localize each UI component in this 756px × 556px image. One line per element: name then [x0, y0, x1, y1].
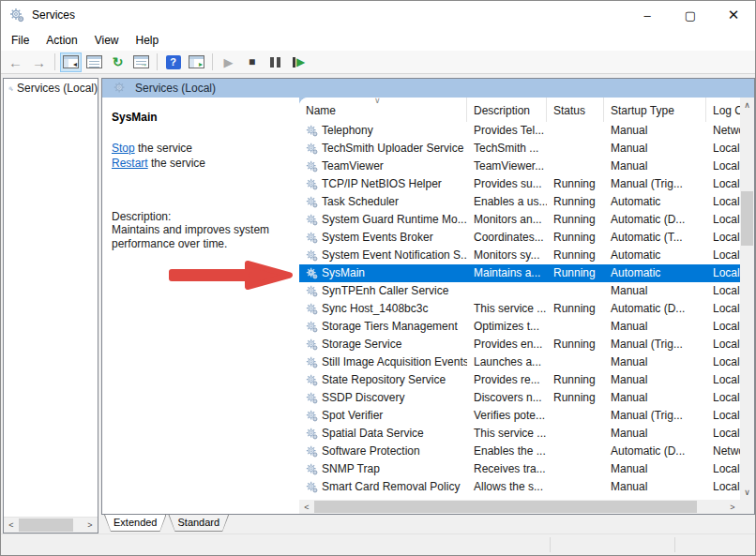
- stop-service-icon: ■: [249, 56, 255, 68]
- cell-log-on: Network: [706, 122, 740, 140]
- service-gear-icon: [306, 160, 318, 173]
- cell-description: Provides su...: [467, 175, 547, 193]
- selected-service-name: SysMain: [112, 111, 299, 124]
- table-row[interactable]: SNMP TrapReceives tra...ManualLocal Se: [299, 460, 740, 478]
- scroll-down-icon[interactable]: ∨: [740, 485, 754, 500]
- cell-startup-type: Automatic (T...: [604, 229, 706, 247]
- table-row[interactable]: Storage ServiceProvides en...RunningManu…: [299, 336, 740, 353]
- back-button[interactable]: ←: [5, 53, 26, 72]
- scrollbar-thumb[interactable]: [19, 518, 73, 532]
- table-row[interactable]: SynTPEnh Caller ServiceManualLocal Sy: [299, 282, 740, 300]
- help-button[interactable]: ?: [162, 53, 184, 72]
- service-gear-icon: [306, 125, 318, 137]
- table-row[interactable]: System Events BrokerCoordinates...Runnin…: [299, 229, 740, 247]
- cell-description: Provides en...: [467, 336, 547, 353]
- restart-service-button[interactable]: ▶: [288, 53, 310, 72]
- cell-description: Provides re...: [467, 371, 547, 389]
- menu-item-help[interactable]: Help: [128, 31, 168, 50]
- service-gear-icon: [306, 392, 318, 404]
- action-pane-icon: ▸: [189, 55, 204, 68]
- restart-service-link[interactable]: Restart: [112, 157, 148, 170]
- tree-item-services-local[interactable]: Services (Local): [4, 79, 98, 98]
- cell-service-name: Spot Verifier: [299, 407, 467, 425]
- cell-status: Running: [547, 264, 604, 282]
- scroll-left-icon[interactable]: <: [299, 500, 314, 514]
- table-row[interactable]: SSDP DiscoveryDiscovers n...RunningManua…: [299, 389, 740, 407]
- tab-extended[interactable]: Extended: [104, 515, 166, 532]
- table-row[interactable]: Spatial Data ServiceThis service ...Manu…: [299, 425, 740, 443]
- table-row[interactable]: Storage Tiers ManagementOptimizes t...Ma…: [299, 318, 740, 336]
- refresh-button[interactable]: ↻: [107, 53, 129, 72]
- stop-service-link[interactable]: Stop: [112, 142, 135, 155]
- tab-standard[interactable]: Standard: [168, 515, 229, 532]
- table-row[interactable]: System Guard Runtime Mo...Monitors an...…: [299, 211, 740, 229]
- table-row[interactable]: System Event Notification S...Monitors s…: [299, 247, 740, 264]
- column-header-startup-type[interactable]: Startup Type: [604, 98, 706, 122]
- close-button[interactable]: ✕: [712, 1, 755, 29]
- scrollbar-thumb[interactable]: [741, 191, 753, 246]
- table-row[interactable]: Task SchedulerEnables a us...RunningAuto…: [299, 193, 740, 211]
- show-console-tree-button[interactable]: ◂: [60, 53, 82, 72]
- table-row[interactable]: State Repository ServiceProvides re...Ru…: [299, 371, 740, 389]
- description-label: Description:: [112, 210, 299, 223]
- scrollbar-thumb[interactable]: [314, 501, 697, 513]
- start-service-button[interactable]: ▶: [218, 53, 239, 72]
- cell-description: Optimizes t...: [467, 318, 547, 336]
- column-header-name[interactable]: Name ∨: [299, 98, 467, 122]
- table-row[interactable]: Smart Card Removal PolicyAllows the s...…: [299, 478, 740, 496]
- properties-button[interactable]: [83, 53, 105, 72]
- table-row[interactable]: Software ProtectionEnables the ...Automa…: [299, 443, 740, 460]
- scroll-up-icon[interactable]: ∧: [740, 98, 754, 113]
- cell-status: Running: [547, 300, 604, 318]
- service-gear-icon: [306, 321, 318, 333]
- table-row[interactable]: SysMainMaintains a...RunningAutomaticLoc…: [299, 264, 740, 282]
- list-vertical-scrollbar[interactable]: ∧ ∨: [740, 98, 754, 500]
- table-row[interactable]: TCP/IP NetBIOS HelperProvides su...Runni…: [299, 175, 740, 193]
- menu-item-file[interactable]: File: [3, 31, 38, 50]
- cell-startup-type: Automatic (D...: [604, 443, 706, 460]
- maximize-button[interactable]: ▢: [669, 1, 712, 29]
- status-bar-divider: [550, 537, 551, 552]
- services-rows: TelephonyProvides Tel...ManualNetworkTec…: [299, 122, 740, 500]
- cell-service-name: SNMP Trap: [299, 460, 467, 478]
- table-row[interactable]: Still Image Acquisition EventsLaunches a…: [299, 353, 740, 371]
- column-header-description[interactable]: Description: [467, 98, 547, 122]
- menu-item-action[interactable]: Action: [38, 31, 85, 50]
- column-header-status[interactable]: Status: [547, 98, 604, 122]
- pause-service-button[interactable]: [265, 53, 286, 72]
- forward-button[interactable]: →: [28, 53, 50, 72]
- tree-horizontal-scrollbar[interactable]: < >: [4, 517, 98, 533]
- minimize-button[interactable]: –: [626, 1, 669, 29]
- service-gear-icon: [306, 481, 318, 493]
- scroll-right-icon[interactable]: >: [83, 518, 98, 533]
- cell-startup-type: Manual: [604, 425, 706, 443]
- scroll-left-icon[interactable]: <: [4, 518, 19, 533]
- scrollbar-corner: [740, 500, 754, 514]
- list-header: Name ∨ Description Status Startup Type L…: [299, 98, 740, 122]
- table-row[interactable]: TechSmith Uploader ServiceTechSmith ...M…: [299, 140, 740, 158]
- tab-standard-label: Standard: [168, 515, 229, 528]
- cell-description: This service ...: [467, 300, 547, 318]
- table-row[interactable]: TeamViewerTeamViewer...ManualLocal Sy: [299, 158, 740, 175]
- scroll-right-icon[interactable]: >: [725, 500, 740, 514]
- tab-extended-label: Extended: [104, 515, 166, 528]
- table-row[interactable]: Sync Host_1408bc3cThis service ...Runnin…: [299, 300, 740, 318]
- list-horizontal-scrollbar[interactable]: < >: [299, 500, 740, 514]
- table-row[interactable]: Spot VerifierVerifies pote...Manual (Tri…: [299, 407, 740, 425]
- service-gear-icon: [306, 143, 318, 155]
- cell-startup-type: Manual: [604, 282, 706, 300]
- table-row[interactable]: TelephonyProvides Tel...ManualNetwork: [299, 122, 740, 140]
- column-header-log-on[interactable]: Log On: [706, 98, 740, 122]
- cell-startup-type: Manual (Trig...: [604, 336, 706, 353]
- export-list-button[interactable]: →: [130, 53, 152, 72]
- stop-service-button[interactable]: ■: [241, 53, 263, 72]
- menu-item-view[interactable]: View: [86, 31, 128, 50]
- cell-status: [547, 407, 604, 425]
- cell-status: [547, 353, 604, 371]
- cell-status: Running: [547, 175, 604, 193]
- cell-description: Launches a...: [467, 353, 547, 371]
- show-action-pane-button[interactable]: ▸: [186, 53, 207, 72]
- cell-startup-type: Automatic (D...: [604, 300, 706, 318]
- service-gear-icon: [306, 285, 318, 297]
- console-tree-icon: ◂: [63, 55, 79, 68]
